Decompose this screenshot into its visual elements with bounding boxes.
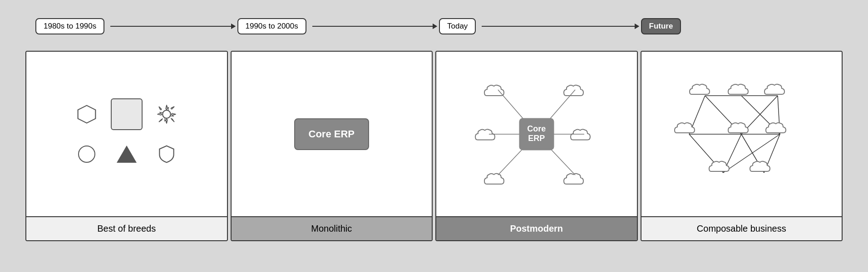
arrow-1 [104, 26, 237, 27]
card-postmodern: Core ERP [435, 51, 638, 241]
composable-network [664, 75, 819, 193]
card-body-1 [26, 52, 227, 216]
card-wrapper-2: Core ERP Monolithic [228, 38, 433, 254]
circle-shape [78, 146, 95, 163]
card-best-of-breeds: Best of breeds [25, 51, 228, 241]
card-wrapper-3: Core ERP [433, 38, 638, 254]
svg-marker-7 [171, 118, 174, 121]
card-footer-2: Monolithic [232, 216, 432, 240]
center-erp: Core ERP [519, 118, 554, 150]
card-wrapper-1: Best of breeds [25, 38, 228, 254]
card-wrapper-4: Composable business [638, 38, 843, 254]
era-label-1: 1980s to 1990s [35, 18, 104, 34]
card-composable: Composable business [641, 51, 843, 241]
card-footer-3: Postmodern [436, 216, 637, 240]
card-monolithic: Core ERP Monolithic [231, 51, 433, 241]
triangle-shape [117, 146, 137, 163]
card-body-3: Core ERP [436, 52, 637, 216]
core-erp-box: Core ERP [294, 118, 369, 150]
card-body-4 [641, 52, 842, 216]
shield-shape [158, 145, 175, 163]
era-label-2: 1990s to 2000s [237, 18, 306, 34]
svg-marker-6 [159, 107, 162, 110]
card-footer-1: Best of breeds [26, 216, 227, 240]
card-body-2: Core ERP [232, 52, 432, 216]
hexagon-shape [77, 104, 97, 124]
svg-marker-0 [78, 105, 95, 123]
arrow-3 [476, 26, 641, 27]
era-label-3: Today [439, 18, 476, 34]
square-shape [111, 98, 143, 130]
cards-row: Best of breeds Core ERP Monolithic [25, 38, 843, 254]
svg-point-1 [163, 110, 171, 118]
svg-marker-9 [159, 119, 162, 121]
postmodern-layout: Core ERP [473, 75, 600, 193]
shapes-grid [71, 98, 182, 170]
arrow-2 [306, 26, 439, 27]
svg-marker-8 [171, 107, 174, 109]
gear-shape [157, 104, 177, 124]
diagram-container: 1980s to 1990s 1990s to 2000s Today [12, 9, 856, 263]
era-label-4: Future [641, 18, 681, 34]
card-footer-4: Composable business [641, 216, 842, 240]
